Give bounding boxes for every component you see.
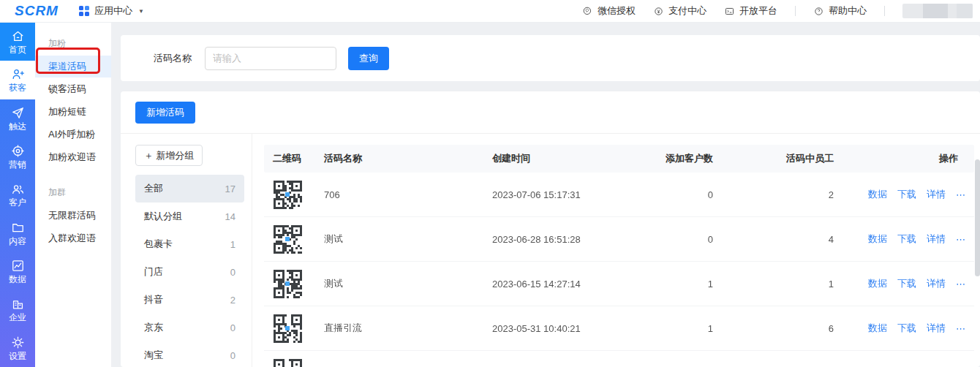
sidebar-item-chart[interactable]: 数据 xyxy=(0,252,35,290)
action-link[interactable]: 数据 xyxy=(868,232,887,246)
add-group-button[interactable]: ＋ 新增分组 xyxy=(135,145,203,166)
customer-count: 1 xyxy=(660,323,713,334)
target-icon xyxy=(11,144,25,158)
wechat-icon xyxy=(582,6,593,17)
chevron-down-icon: ▼ xyxy=(138,8,144,15)
qr-code-image xyxy=(273,224,302,254)
customer-count: 0 xyxy=(660,234,713,245)
help-icon xyxy=(813,6,824,17)
created-time: 2023-05-31 10:40:21 xyxy=(492,323,660,334)
table-row: 7062023-07-06 15:17:3102数据下载详情⋯ xyxy=(264,173,974,217)
sidebar-item-folder[interactable]: 内容 xyxy=(0,214,35,252)
building-icon xyxy=(11,297,25,311)
action-link[interactable]: 数据 xyxy=(868,322,887,335)
employee-count: 2 xyxy=(713,189,834,200)
submenu-item[interactable]: 无限群活码 xyxy=(35,205,111,227)
group-list: 全部17默认分组14包裹卡1门店0抖音2京东0淘宝0 xyxy=(135,175,244,367)
group-item[interactable]: 抖音2 xyxy=(135,286,244,314)
action-link[interactable]: 详情 xyxy=(927,277,946,290)
home-icon xyxy=(11,29,25,43)
row-actions: 数据下载详情⋯ xyxy=(834,188,965,201)
action-link[interactable]: 下载 xyxy=(897,232,916,246)
top-header: SCRM 应用中心 ▼ 微信授权支付中心开放平台帮助中心 xyxy=(0,0,980,23)
table-row xyxy=(264,351,974,367)
action-link[interactable]: 数据 xyxy=(868,188,887,201)
more-actions-icon[interactable]: ⋯ xyxy=(956,323,965,334)
folder-icon xyxy=(11,221,25,235)
sidebar-item-users[interactable]: 客户 xyxy=(0,175,35,213)
submenu-item[interactable]: 加粉欢迎语 xyxy=(35,146,111,168)
chart-icon xyxy=(11,259,25,273)
group-item[interactable]: 淘宝0 xyxy=(135,341,244,367)
action-link[interactable]: 下载 xyxy=(897,188,916,201)
topbar-link-open-platform[interactable]: 开放平台 xyxy=(724,4,777,18)
group-item[interactable]: 门店0 xyxy=(135,258,244,286)
action-link[interactable]: 下载 xyxy=(897,277,916,290)
topbar-link-pay[interactable]: 支付中心 xyxy=(653,4,706,18)
column-header: 活码名称 xyxy=(324,152,492,165)
submenu-item[interactable]: AI外呼加粉 xyxy=(35,124,111,145)
topbar-links: 微信授权支付中心开放平台帮助中心 xyxy=(582,4,973,18)
column-header: 二维码 xyxy=(273,152,324,165)
sidebar-item-home[interactable]: 首页 xyxy=(0,23,35,61)
topbar-link-help[interactable]: 帮助中心 xyxy=(813,4,867,18)
submenu-group-label: 加粉 xyxy=(35,33,111,56)
add-code-button[interactable]: 新增活码 xyxy=(135,102,195,124)
code-name: 测试 xyxy=(324,232,492,246)
qr-code-image xyxy=(273,180,302,209)
customer-count: 0 xyxy=(660,189,713,200)
action-link[interactable]: 详情 xyxy=(927,232,946,246)
qr-code-image xyxy=(273,269,302,298)
list-toolbar: 新增活码 xyxy=(121,91,980,134)
customer-count: 1 xyxy=(660,279,713,290)
submenu-item[interactable]: 锁客活码 xyxy=(35,78,111,100)
sidebar-item-user-add[interactable]: 获客 xyxy=(0,61,35,99)
group-item[interactable]: 京东0 xyxy=(135,314,244,341)
action-link[interactable]: 下载 xyxy=(897,322,916,335)
action-link[interactable]: 数据 xyxy=(868,277,887,290)
scrollbar-thumb[interactable] xyxy=(975,159,980,276)
created-time: 2023-06-15 14:27:14 xyxy=(492,279,660,290)
employee-count: 1 xyxy=(713,279,834,290)
created-time: 2023-06-28 16:51:28 xyxy=(492,234,660,245)
app-center-menu[interactable]: 应用中心 ▼ xyxy=(79,4,144,18)
search-card: 活码名称 查询 xyxy=(121,35,980,81)
action-link[interactable]: 详情 xyxy=(927,322,946,335)
search-button[interactable]: 查询 xyxy=(348,47,389,70)
open-platform-icon xyxy=(724,6,735,17)
sidebar-item-send[interactable]: 触达 xyxy=(0,99,35,137)
app-logo: SCRM xyxy=(15,3,59,19)
group-item[interactable]: 包裹卡1 xyxy=(135,230,244,258)
action-link[interactable]: 详情 xyxy=(927,188,946,201)
search-input[interactable] xyxy=(205,47,336,70)
table-body: 7062023-07-06 15:17:3102数据下载详情⋯测试2023-06… xyxy=(264,173,974,367)
submenu-item[interactable]: 加粉短链 xyxy=(35,101,111,123)
submenu-item[interactable]: 渠道活码 xyxy=(35,56,111,77)
group-item[interactable]: 默认分组14 xyxy=(135,203,244,230)
sidebar-item-target[interactable]: 营销 xyxy=(0,137,35,175)
code-name: 直播引流 xyxy=(324,322,492,335)
more-actions-icon[interactable]: ⋯ xyxy=(956,279,965,290)
column-header: 添加客户数 xyxy=(660,152,713,165)
more-actions-icon[interactable]: ⋯ xyxy=(956,234,965,245)
table-header: 二维码活码名称创建时间添加客户数活码中员工操作 xyxy=(264,145,974,173)
redacted-user-info xyxy=(902,4,973,18)
more-actions-icon[interactable]: ⋯ xyxy=(956,189,965,200)
employee-count: 6 xyxy=(713,323,834,334)
main-nav: 首页获客触达营销客户内容数据企业设置 xyxy=(0,23,35,367)
sidebar-item-gear[interactable]: 设置 xyxy=(0,329,35,367)
qr-code-image xyxy=(273,358,302,367)
topbar-link-wechat[interactable]: 微信授权 xyxy=(582,4,636,18)
row-actions: 数据下载详情⋯ xyxy=(834,277,965,290)
code-table: 二维码活码名称创建时间添加客户数活码中员工操作 7062023-07-06 15… xyxy=(252,134,980,367)
submenu-item[interactable]: 入群欢迎语 xyxy=(35,227,111,249)
search-label: 活码名称 xyxy=(154,52,192,65)
pay-icon xyxy=(653,6,664,17)
group-item[interactable]: 全部17 xyxy=(135,175,244,203)
code-name: 测试 xyxy=(324,277,492,290)
sidebar-item-building[interactable]: 企业 xyxy=(0,290,35,328)
column-header: 创建时间 xyxy=(492,152,660,165)
groups-panel: ＋ 新增分组 全部17默认分组14包裹卡1门店0抖音2京东0淘宝0 xyxy=(121,134,252,367)
app-grid-icon xyxy=(79,6,89,16)
employee-count: 4 xyxy=(713,234,834,245)
